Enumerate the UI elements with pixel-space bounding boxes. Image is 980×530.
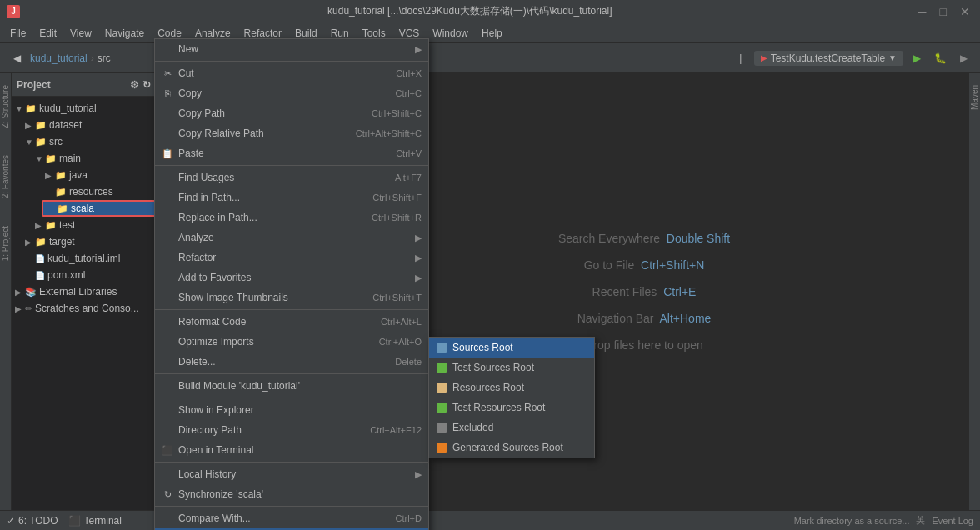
hint-search: Search Everywhere Double Shift xyxy=(558,232,730,245)
cm-copy[interactable]: ⎘ Copy Ctrl+C xyxy=(155,83,428,103)
cm-replace-path[interactable]: Replace in Path... Ctrl+Shift+R xyxy=(155,208,428,228)
cm-cut-icon: ✂ xyxy=(162,68,173,79)
project-sync-icon[interactable]: ↻ xyxy=(142,79,151,91)
tree-java[interactable]: ▶ 📁 java xyxy=(42,167,165,183)
tree-pom[interactable]: 📄 pom.xml xyxy=(22,267,165,283)
breadcrumb-src[interactable]: src xyxy=(98,52,111,64)
tree-dataset-label: dataset xyxy=(49,119,82,131)
hint-drop: Drop files here to open xyxy=(585,338,703,352)
cm-terminal[interactable]: ⬛ Open in Terminal xyxy=(155,440,428,460)
tree-target[interactable]: ▶ 📁 target xyxy=(22,233,165,250)
tree-root[interactable]: ▼ 📁 kudu_tutorial xyxy=(12,100,165,117)
tree-test[interactable]: ▶ 📁 test xyxy=(32,217,165,233)
cm-paste[interactable]: 📋 Paste Ctrl+V xyxy=(155,143,428,163)
cm-replace-icon xyxy=(162,212,173,223)
right-tabs: Maven xyxy=(968,73,980,510)
bottom-status: Mark directory as a source... 英 Event Lo… xyxy=(794,514,973,527)
menu-window[interactable]: Window xyxy=(426,26,475,41)
close-btn[interactable]: ✕ xyxy=(957,5,973,18)
context-menu: New ▶ ✂ Cut Ctrl+X ⎘ Copy Ctrl+C Copy Pa… xyxy=(154,38,429,530)
tree-iml[interactable]: 📄 kudu_tutorial.iml xyxy=(22,250,165,267)
nav-back-btn[interactable]: ◀ xyxy=(7,48,27,68)
cm-dir-path[interactable]: Directory Path Ctrl+Alt+F12 xyxy=(155,420,428,440)
menu-navigate[interactable]: Navigate xyxy=(98,26,151,41)
sm-test-resources-icon xyxy=(436,402,448,413)
tree-ext-libs[interactable]: ▶ 📚 External Libraries xyxy=(12,283,165,300)
project-gear-icon[interactable]: ⚙ xyxy=(130,79,139,91)
cm-optimize[interactable]: Optimize Imports Ctrl+Alt+O xyxy=(155,332,428,352)
cm-dir-path-icon xyxy=(162,424,173,436)
maximize-btn[interactable]: □ xyxy=(937,5,950,18)
right-tab-maven[interactable]: Maven xyxy=(968,80,980,115)
cm-thumbnails[interactable]: Show Image Thumbnails Ctrl+Shift+T xyxy=(155,288,428,308)
cm-refactor-icon xyxy=(162,252,173,263)
sm-test-sources-root[interactable]: Test Sources Root xyxy=(429,358,594,378)
bottom-terminal-tab[interactable]: ⬛ Terminal xyxy=(68,515,122,527)
run-config-icon: ▶ xyxy=(761,53,768,62)
cm-new[interactable]: New ▶ xyxy=(155,39,428,59)
sm-test-resources-root[interactable]: Test Resources Root xyxy=(429,398,594,418)
minimize-btn[interactable]: ─ xyxy=(915,5,930,18)
cm-local-history[interactable]: Local History ▶ xyxy=(155,464,428,484)
menu-file[interactable]: File xyxy=(3,26,32,41)
cm-delete[interactable]: Delete... Delete xyxy=(155,352,428,372)
cm-copy-path[interactable]: Copy Path Ctrl+Shift+C xyxy=(155,103,428,123)
title-bar: J kudu_tutorial [...\docs\29Kudu大数据存储(一)… xyxy=(0,0,980,23)
sm-resources-root[interactable]: Resources Root xyxy=(429,378,594,398)
cm-refactor[interactable]: Refactor ▶ xyxy=(155,248,428,268)
bottom-todo-tab[interactable]: ✓ 6: TODO xyxy=(7,515,58,527)
tree-scala[interactable]: 📁 scala xyxy=(42,200,165,217)
sm-sources-icon xyxy=(436,342,448,353)
left-tab-structure[interactable]: Z: Structure xyxy=(0,80,12,133)
tree-resources[interactable]: 📁 resources xyxy=(42,183,165,200)
cm-find-usages-icon xyxy=(162,172,173,183)
cm-analyze[interactable]: Analyze ▶ xyxy=(155,228,428,248)
hint-recent: Recent Files Ctrl+E xyxy=(592,285,697,298)
run-btn[interactable]: ▶ xyxy=(907,48,927,68)
cm-find-usages[interactable]: Find Usages Alt+F7 xyxy=(155,168,428,188)
cm-find-path-icon xyxy=(162,192,173,203)
cm-compare[interactable]: Compare With... Ctrl+D xyxy=(155,508,428,528)
sm-sources-root[interactable]: Sources Root xyxy=(429,338,594,358)
cm-cut[interactable]: ✂ Cut Ctrl+X xyxy=(155,63,428,83)
tree-scratches[interactable]: ▶ ✏ Scratches and Conso... xyxy=(12,300,165,317)
left-tab-project[interactable]: 1: Project xyxy=(0,221,12,266)
cm-copy-icon: ⎘ xyxy=(162,88,173,99)
run-config[interactable]: ▶ TestKudu.testCreateTable ▼ xyxy=(754,51,903,66)
window-title: kudu_tutorial [...\docs\29Kudu大数据存储(一)\代… xyxy=(25,4,915,18)
tree-src-label: src xyxy=(49,136,62,148)
tree-scala-label: scala xyxy=(71,202,94,214)
cm-sep2 xyxy=(155,165,428,166)
sm-excluded-icon xyxy=(436,422,448,433)
sm-gen-sources-root[interactable]: Generated Sources Root xyxy=(429,438,594,458)
tree-main-label: main xyxy=(59,152,81,164)
cm-reformat[interactable]: Reformat Code Ctrl+Alt+L xyxy=(155,312,428,332)
menu-view[interactable]: View xyxy=(63,26,98,41)
cm-find-path[interactable]: Find in Path... Ctrl+Shift+F xyxy=(155,188,428,208)
event-log[interactable]: Event Log xyxy=(932,516,973,526)
cm-reformat-icon xyxy=(162,316,173,328)
debug-btn[interactable]: 🐛 xyxy=(930,48,950,68)
breadcrumb-project[interactable]: kudu_tutorial xyxy=(30,52,88,64)
cm-show-explorer[interactable]: Show in Explorer xyxy=(155,400,428,420)
cm-explorer-icon xyxy=(162,404,173,416)
coverage-btn[interactable]: ▶ xyxy=(953,48,973,68)
tree-main[interactable]: ▼ 📁 main xyxy=(32,150,165,167)
cm-sep4 xyxy=(155,373,428,374)
menu-edit[interactable]: Edit xyxy=(32,26,63,41)
cm-build-module[interactable]: Build Module 'kudu_tutorial' xyxy=(155,376,428,396)
cm-copy-rel-path[interactable]: Copy Relative Path Ctrl+Alt+Shift+C xyxy=(155,123,428,143)
cm-synchronize[interactable]: ↻ Synchronize 'scala' xyxy=(155,484,428,504)
left-tab-favorites[interactable]: 2: Favorites xyxy=(0,150,12,203)
cm-favorites[interactable]: Add to Favorites ▶ xyxy=(155,268,428,288)
tree-src[interactable]: ▼ 📁 src xyxy=(22,133,165,150)
cm-copy-path-icon xyxy=(162,108,173,119)
tree-target-label: target xyxy=(49,236,75,248)
app-icon: J xyxy=(7,5,20,18)
sm-excluded[interactable]: Excluded xyxy=(429,418,594,438)
cm-analyze-icon xyxy=(162,232,173,243)
tree-test-label: test xyxy=(59,219,75,231)
tree-dataset[interactable]: ▶ 📁 dataset xyxy=(22,117,165,133)
menu-help[interactable]: Help xyxy=(475,26,509,41)
cm-build-icon xyxy=(162,380,173,392)
